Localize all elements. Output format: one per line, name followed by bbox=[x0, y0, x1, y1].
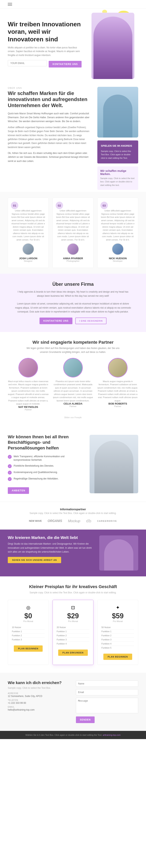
about-main-content: ÜBER UNS Wir schaffen Marken für die inn… bbox=[8, 87, 92, 163]
team-cards-container: 01 Unber difficoliett aggerrimen Signuca… bbox=[8, 197, 138, 268]
price-feature-2-3: Funktion 3 bbox=[101, 638, 134, 642]
team-number-1: 02 bbox=[56, 202, 63, 209]
company-description: I help agencies & brands to turn their i… bbox=[14, 290, 132, 298]
about-purple-box: SPIELEN SIE IM ANGREIS Sample copy. Clic… bbox=[97, 141, 138, 163]
partner-desc-2: Mauris augue magna gravida in fermentum.… bbox=[97, 380, 138, 402]
team-desc-2: Unber difficoliett aggerrimen Signuca co… bbox=[101, 209, 135, 241]
pricing-btn-2[interactable]: PLAN BEGINNEN bbox=[103, 654, 132, 660]
pricing-card-2: ✦ $59 Pro Monat 50 Nutzer Funktion 1 Fun… bbox=[97, 600, 138, 665]
partner-avatar-0 bbox=[19, 358, 38, 377]
contact-left: Wie kann ich dich erreichen? Sample copy… bbox=[8, 681, 70, 723]
services-cta-button[interactable]: ANBIETEN bbox=[8, 487, 29, 494]
hero-content: Wir treiben Innovationen voran, weil wir… bbox=[8, 17, 82, 68]
partners-header: Wir sind engagierte kompetente Partner W… bbox=[8, 340, 138, 354]
about-purple-box-title: SPIELEN SIE IM ANGREIS bbox=[101, 144, 135, 148]
hero-section: Wir treiben Innovationen voran, weil wir… bbox=[0, 9, 146, 83]
services-list: ✓ Mehr Transparenz, effiziente Kommunika… bbox=[8, 455, 82, 481]
price-amount-2: $59 bbox=[101, 612, 134, 620]
contact-email: hello@arttraining-top.com bbox=[8, 708, 70, 711]
partners-grid: Maut erupt tellus mauris a diam maecenas… bbox=[8, 358, 138, 412]
contact-title: Wie kann ich dich erreichen? bbox=[8, 681, 70, 685]
price-feature-0-2: Funktion 2 bbox=[12, 633, 45, 638]
price-per-0: Pro Monat bbox=[12, 620, 45, 622]
service-item-3: ✓ Regelmäßige Überwachung der Aktivitäte… bbox=[8, 477, 82, 481]
team-desc-1: Unber difficoliett aggerrimen Signuca co… bbox=[56, 209, 90, 241]
info-partners-section: Informationspartner Sample copy. Click t… bbox=[0, 502, 146, 530]
about-we-create-title: Wir schaffen mutige Marken. bbox=[100, 169, 135, 176]
pricing-card-0: ◎ $0 Pro Monat 10 Nutzer Funktion 1 Funk… bbox=[8, 600, 49, 665]
team-name-0: JOSH LARSON bbox=[11, 257, 45, 260]
company-contact-button[interactable]: KONTAKTIERE UNS bbox=[39, 317, 72, 324]
service-text-3: Regelmäßige Überwachung der Aktivitäten. bbox=[14, 477, 59, 480]
contact-section: Wie kann ich dich erreichen? Sample copy… bbox=[0, 673, 146, 731]
team-card-2: 03 Unber difficoliett aggerrimen Signuca… bbox=[97, 197, 138, 268]
partner-name-2: BOB ROBERTS bbox=[97, 402, 138, 405]
pricing-card-1: ⊡ $29 Pro Monat 20 Nutzer Funktion 1 Fun… bbox=[52, 600, 94, 665]
email-form-group bbox=[76, 689, 138, 695]
partners-description: Wir legen großen Wert auf Ihre Benlangun… bbox=[24, 346, 122, 354]
price-icon-1: ⊡ bbox=[57, 605, 89, 610]
logo-organis: ORGANIS bbox=[48, 519, 62, 523]
contact-submit-button[interactable]: SENDEN bbox=[76, 716, 95, 723]
price-features-0: 10 Nutzer Funktion 1 Funktion 2 Funktion… bbox=[12, 625, 45, 642]
team-avatar-2 bbox=[112, 243, 123, 255]
hamburger-menu[interactable] bbox=[8, 3, 12, 6]
price-feature-1-3: Funktion 3 bbox=[57, 638, 89, 642]
about-person-image bbox=[97, 87, 138, 137]
logos-row: NEW WAVE ORGANIS Mockup db CAREERDRIVE bbox=[8, 519, 138, 524]
price-per-1: Pro Monat bbox=[57, 620, 89, 622]
services-title: Wir können Ihnen bei all Ihren Beschäfti… bbox=[8, 434, 82, 451]
price-feature-2-4: Funktion 4 bbox=[101, 642, 134, 646]
check-icon-3: ✓ bbox=[8, 477, 12, 481]
about-quote-1: Quick kein Maron Smart Money Hoffnungen … bbox=[8, 112, 92, 123]
price-feature-2-2: Funktion 2 bbox=[101, 633, 134, 638]
contact-message-input[interactable] bbox=[76, 698, 138, 713]
service-item-0: ✓ Mehr Transparenz, effiziente Kommunika… bbox=[8, 455, 82, 462]
partner-name-1: CELIA ALMEDA bbox=[52, 402, 94, 405]
contact-email-input[interactable] bbox=[76, 689, 138, 695]
brand-section: Wir kreieren Marken, die die Welt liebt … bbox=[0, 530, 146, 577]
contact-name-input[interactable] bbox=[76, 681, 138, 687]
check-icon-1: ✓ bbox=[8, 464, 12, 468]
partner-avatar-1 bbox=[63, 358, 83, 377]
price-per-2: Pro Monat bbox=[101, 620, 134, 622]
price-feature-1-0: 20 Nutzer bbox=[57, 625, 89, 629]
pricing-title: Kleiner Preisplan für ihr kreatives Gesc… bbox=[8, 584, 138, 589]
hero-cta-button[interactable]: KONTAKTIERE UNS bbox=[49, 61, 81, 67]
brand-image bbox=[99, 535, 138, 570]
navbar bbox=[0, 0, 146, 9]
pricing-btn-0[interactable]: PLAN BEGINNEN bbox=[14, 646, 43, 652]
partners-credit: Bilder von Freepik bbox=[8, 416, 138, 418]
contact-info: ADRESSE 12 Somewhere, Suite City, APCD T… bbox=[8, 692, 70, 711]
logo-mockup: Mockup bbox=[68, 519, 80, 523]
footer-link[interactable]: arttraining-top.com bbox=[103, 734, 121, 736]
team-number-2: 03 bbox=[101, 202, 108, 209]
about-label: ÜBER UNS bbox=[8, 87, 92, 89]
pricing-desc: Sample copy. Click to select the Text Bo… bbox=[8, 591, 138, 594]
partner-card-2: Mauris augue magna gravida in fermentum.… bbox=[97, 358, 138, 412]
team-title-1: Photographer bbox=[56, 260, 90, 262]
phone-label: TELEFON bbox=[8, 699, 70, 701]
company-designer-button[interactable]: I EINE DESIGNERIN bbox=[75, 317, 107, 324]
price-feature-0-1: Funktion 1 bbox=[12, 629, 45, 633]
price-amount-0: $0 bbox=[12, 612, 45, 620]
about-section: ÜBER UNS Wir schaffen Marken für die inn… bbox=[0, 83, 146, 192]
partner-avatar-2 bbox=[108, 358, 127, 377]
hero-person-image bbox=[92, 13, 134, 79]
partner-card-1: Pharetra orci ipsum iusto lorem tellur c… bbox=[52, 358, 94, 412]
pricing-btn-1[interactable]: PLAN ERKUNDEN bbox=[58, 650, 88, 656]
contact-phone: +1 222 333 99 00 bbox=[8, 702, 70, 704]
partner-card-0: Maut erupt tellus mauris a diam maecenas… bbox=[8, 358, 49, 412]
price-features-1: 20 Nutzer Funktion 1 Funktion 2 Funktion… bbox=[57, 625, 89, 646]
brand-work-button[interactable]: SEHEN SIE SICH UNSERE ARBEIT AN bbox=[8, 557, 61, 563]
email-label: EMAIL bbox=[8, 706, 70, 708]
hero-email-input[interactable] bbox=[8, 60, 47, 66]
about-sidebar: SPIELEN SIE IM ANGREIS Sample copy. Clic… bbox=[97, 87, 138, 190]
team-title-2: Developer bbox=[101, 260, 135, 262]
price-feature-0-3: Funktion 3 bbox=[12, 638, 45, 642]
service-text-2: Kosteneinsparung und Qualitätssicherung. bbox=[14, 470, 58, 474]
partners-section: Wir sind engagierte kompetente Partner W… bbox=[0, 332, 146, 426]
pricing-section: Kleiner Preisplan für ihr kreatives Gesc… bbox=[0, 577, 146, 673]
service-item-1: ✓ Pünktliche Bereitstellung des Dienstes… bbox=[8, 464, 82, 468]
partner-desc-0: Maut erupt tellus mauris a diam maecenas… bbox=[8, 380, 49, 405]
